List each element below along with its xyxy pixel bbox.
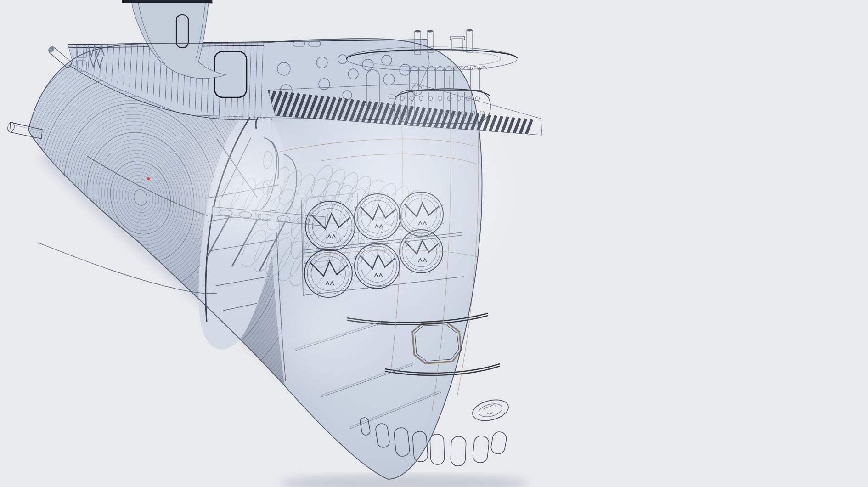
selection-marker-dot (147, 177, 150, 180)
flood-slot (451, 436, 466, 466)
snorkel-cap (450, 36, 465, 40)
flood-slot (472, 435, 490, 463)
cage-arch (463, 66, 470, 70)
lower-glow (253, 262, 390, 400)
mast (467, 30, 473, 52)
flanged-opening (470, 396, 511, 424)
submarine-render (0, 0, 868, 487)
flood-slot (430, 434, 445, 464)
flood-slot (490, 431, 507, 455)
ground-shadow (280, 474, 528, 487)
snorkel-mast (452, 39, 463, 51)
mast-cap (427, 30, 433, 33)
sail-top-cut (122, 0, 212, 3)
cad-viewport[interactable] (0, 0, 868, 487)
mast-cap (467, 29, 473, 32)
mast-cap (415, 30, 421, 33)
